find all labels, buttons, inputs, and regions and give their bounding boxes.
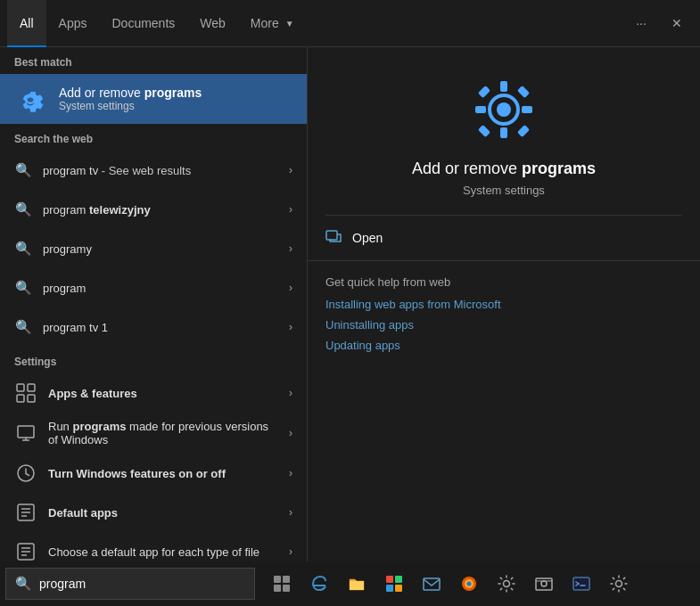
- svg-rect-30: [283, 585, 290, 592]
- svg-point-39: [504, 581, 510, 587]
- tab-web[interactable]: Web: [187, 0, 238, 47]
- best-match-text: Add or remove programs System settings: [59, 86, 292, 112]
- taskbar-icons: [264, 566, 637, 602]
- svg-rect-2: [17, 395, 24, 402]
- svg-rect-31: [386, 576, 393, 583]
- tab-documents[interactable]: Documents: [99, 0, 187, 47]
- list-item-text: program: [43, 282, 278, 295]
- quick-help-link-updating[interactable]: Updating apps: [325, 339, 682, 352]
- list-item-text: Default apps: [48, 506, 278, 520]
- svg-rect-24: [478, 125, 490, 137]
- search-web-icon: 🔍: [14, 318, 32, 336]
- store-icon[interactable]: [376, 566, 412, 602]
- firefox-icon[interactable]: [451, 566, 487, 602]
- quick-help-title: Get quick help from web: [325, 275, 682, 289]
- svg-rect-22: [478, 86, 490, 98]
- open-action[interactable]: Open: [308, 216, 700, 261]
- tab-apps[interactable]: Apps: [46, 0, 100, 47]
- list-item-text: program telewizyjny: [43, 203, 278, 217]
- best-match-item[interactable]: Add or remove programs System settings: [0, 74, 307, 124]
- quick-help-link-installing[interactable]: Installing web apps from Microsoft: [325, 298, 682, 311]
- terminal-icon[interactable]: [564, 566, 599, 602]
- list-item[interactable]: 🔍 program telewizyjny ›: [0, 190, 307, 229]
- settings-apps-features[interactable]: Apps & features ›: [0, 373, 307, 413]
- svg-rect-40: [536, 578, 552, 590]
- left-panel: Best match Add or remove programs System…: [0, 47, 308, 561]
- list-item-text: Apps & features: [48, 387, 278, 400]
- open-label: Open: [352, 231, 383, 245]
- search-window: All Apps Documents Web More ▼ ··· ✕: [0, 0, 700, 561]
- list-item-text: Choose a default app for each type of fi…: [48, 545, 278, 559]
- taskbar: 🔍 program: [0, 561, 700, 606]
- system-settings-icon[interactable]: [601, 566, 637, 602]
- svg-rect-28: [283, 576, 290, 583]
- search-web-icon: 🔍: [14, 240, 32, 258]
- list-item-text: program tv 1: [43, 321, 278, 334]
- search-web-icon: 🔍: [14, 201, 32, 218]
- svg-rect-4: [18, 426, 34, 438]
- windows-features-icon: [14, 462, 37, 485]
- settings-default-app-file[interactable]: Choose a default app for each type of fi…: [0, 532, 307, 561]
- more-options-button[interactable]: ···: [625, 7, 657, 39]
- chevron-right-icon: ›: [289, 545, 292, 558]
- svg-rect-32: [395, 576, 402, 583]
- list-item-text: Turn Windows features on or off: [48, 467, 278, 480]
- list-item-text: program tv - See web results: [43, 164, 278, 177]
- settings-windows-features[interactable]: Turn Windows features on or off ›: [0, 454, 307, 493]
- best-match-subtitle: System settings: [59, 100, 292, 112]
- search-web-icon: 🔍: [14, 279, 32, 297]
- svg-rect-26: [326, 231, 337, 240]
- svg-point-41: [541, 581, 547, 586]
- best-match-title: Add or remove programs: [59, 86, 292, 100]
- chevron-down-icon: ▼: [285, 19, 294, 29]
- svg-rect-33: [386, 585, 393, 592]
- svg-rect-23: [517, 86, 530, 98]
- tab-more[interactable]: More ▼: [238, 0, 307, 47]
- edge-icon[interactable]: [301, 566, 337, 602]
- search-icon: 🔍: [15, 576, 32, 592]
- svg-rect-34: [395, 585, 402, 592]
- search-box[interactable]: 🔍 program: [5, 568, 255, 600]
- list-item-text: Run programs made for previous versions …: [48, 420, 278, 446]
- svg-rect-1: [28, 384, 35, 391]
- tab-all[interactable]: All: [7, 0, 46, 47]
- list-item[interactable]: 🔍 program tv 1 ›: [0, 307, 307, 347]
- app-preview-title: Add or remove programs: [412, 160, 596, 178]
- app-preview-subtitle: System settings: [463, 184, 545, 197]
- list-item[interactable]: 🔍 programy ›: [0, 229, 307, 268]
- explorer-icon[interactable]: [339, 566, 375, 602]
- svg-rect-27: [274, 576, 281, 583]
- svg-rect-35: [424, 578, 440, 590]
- settings-default-apps[interactable]: Default apps ›: [0, 493, 307, 532]
- chevron-right-icon: ›: [289, 467, 292, 479]
- svg-rect-18: [500, 81, 507, 92]
- media-icon[interactable]: [526, 566, 562, 602]
- close-button[interactable]: ✕: [661, 7, 693, 39]
- chevron-right-icon: ›: [289, 203, 292, 216]
- chevron-right-icon: ›: [289, 242, 292, 255]
- svg-rect-29: [274, 585, 281, 592]
- svg-rect-3: [28, 395, 35, 402]
- task-view-icon[interactable]: [264, 566, 300, 602]
- search-web-icon: 🔍: [14, 161, 32, 179]
- list-item-text: programy: [43, 242, 278, 256]
- settings-gear-icon[interactable]: [489, 566, 524, 602]
- programs-gear-icon: [14, 83, 46, 115]
- default-app-file-icon: [14, 540, 37, 561]
- list-item[interactable]: 🔍 program ›: [0, 268, 307, 307]
- svg-rect-0: [17, 384, 24, 391]
- settings-run-programs[interactable]: Run programs made for previous versions …: [0, 413, 307, 454]
- svg-rect-43: [573, 577, 589, 590]
- app-preview: Add or remove programs System settings: [308, 47, 700, 215]
- list-item[interactable]: 🔍 program tv - See web results ›: [0, 151, 307, 190]
- settings-header: Settings: [0, 347, 307, 373]
- mail-icon[interactable]: [414, 566, 449, 602]
- svg-point-38: [467, 582, 472, 586]
- svg-rect-20: [475, 106, 486, 113]
- chevron-right-icon: ›: [289, 387, 292, 399]
- tab-bar: All Apps Documents Web More ▼ ··· ✕: [0, 0, 700, 47]
- search-input[interactable]: program: [39, 577, 86, 591]
- chevron-right-icon: ›: [289, 282, 292, 294]
- quick-help-link-uninstalling[interactable]: Uninstalling apps: [325, 318, 682, 332]
- run-programs-icon: [14, 422, 37, 445]
